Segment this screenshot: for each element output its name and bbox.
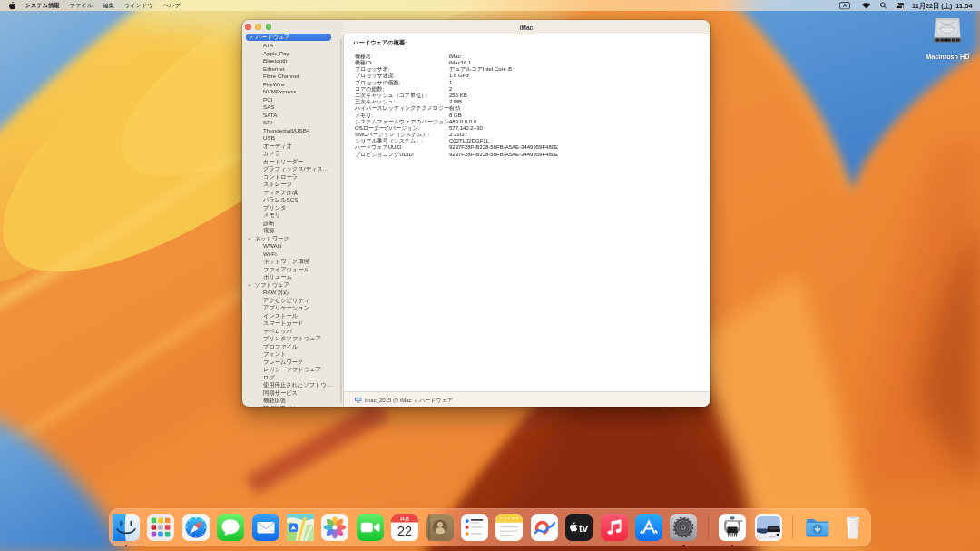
svg-text:A: A [843, 3, 847, 8]
svg-text:tv: tv [579, 523, 589, 534]
svg-text:22: 22 [397, 524, 412, 538]
svg-text:11月: 11月 [400, 516, 409, 522]
